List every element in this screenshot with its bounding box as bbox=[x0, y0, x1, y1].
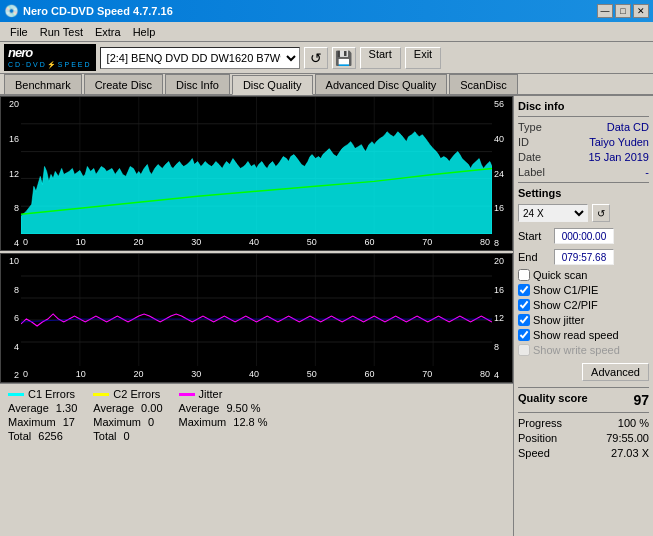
close-button[interactable]: ✕ bbox=[633, 4, 649, 18]
start-button[interactable]: Start bbox=[360, 47, 401, 69]
jitter-stat: Jitter Average 9.50 % Maximum 12.8 % bbox=[179, 388, 268, 444]
disc-label-row: Label - bbox=[518, 166, 649, 178]
jitter-color-swatch bbox=[179, 393, 195, 396]
save-icon[interactable]: 💾 bbox=[332, 47, 356, 69]
bottom-chart: 10 8 6 4 2 20 16 12 8 4 bbox=[0, 253, 513, 383]
c1-average-value: 1.30 bbox=[52, 402, 77, 414]
position-label: Position bbox=[518, 432, 557, 444]
show-write-speed-label: Show write speed bbox=[533, 344, 620, 356]
drive-select[interactable]: [2:4] BENQ DVD DD DW1620 B7W9 bbox=[100, 47, 300, 69]
menu-help[interactable]: Help bbox=[127, 25, 162, 39]
position-row: Position 79:55.00 bbox=[518, 432, 649, 444]
speed-refresh-btn[interactable]: ↺ bbox=[592, 204, 610, 222]
eject-button[interactable]: Exit bbox=[405, 47, 441, 69]
maximize-button[interactable]: □ bbox=[615, 4, 631, 18]
show-jitter-row: Show jitter bbox=[518, 314, 649, 326]
divider-3 bbox=[518, 387, 649, 388]
bottom-chart-y-left: 10 8 6 4 2 bbox=[1, 254, 21, 382]
speed-value: 27.03 X bbox=[611, 447, 649, 459]
quality-score-label: Quality score bbox=[518, 392, 588, 408]
show-jitter-checkbox[interactable] bbox=[518, 314, 530, 326]
speed-settings-row: Max1 X2 X4 X8 X16 X24 X32 X40 X48 X ↺ bbox=[518, 204, 649, 222]
c1-maximum-value: 17 bbox=[59, 416, 75, 428]
progress-label: Progress bbox=[518, 417, 562, 429]
refresh-icon[interactable]: ↺ bbox=[304, 47, 328, 69]
c2-errors-stat: C2 Errors Average 0.00 Maximum 0 Total 0 bbox=[93, 388, 162, 444]
menu-run-test[interactable]: Run Test bbox=[34, 25, 89, 39]
disc-type-label: Type bbox=[518, 121, 542, 133]
start-label: Start bbox=[518, 230, 550, 242]
show-c1-checkbox[interactable] bbox=[518, 284, 530, 296]
speed-select[interactable]: Max1 X2 X4 X8 X16 X24 X32 X40 X48 X bbox=[518, 204, 588, 222]
disc-date-value: 15 Jan 2019 bbox=[588, 151, 649, 163]
disc-id-label: ID bbox=[518, 136, 529, 148]
end-label: End bbox=[518, 251, 550, 263]
c2-average-value: 0.00 bbox=[137, 402, 162, 414]
main-content: 20 16 12 8 4 56 40 24 16 8 bbox=[0, 96, 653, 536]
quality-score-row: Quality score 97 bbox=[518, 392, 649, 408]
end-time-input[interactable] bbox=[554, 249, 614, 265]
show-c1-label: Show C1/PIE bbox=[533, 284, 598, 296]
show-c2-label: Show C2/PIF bbox=[533, 299, 598, 311]
bottom-chart-inner bbox=[21, 254, 492, 366]
top-chart-y-right: 56 40 24 16 8 bbox=[492, 97, 512, 250]
disc-info-header: Disc info bbox=[518, 100, 649, 112]
start-time-row: Start bbox=[518, 228, 649, 244]
menu-file[interactable]: File bbox=[4, 25, 34, 39]
bottom-chart-x-labels: 0 10 20 30 40 50 60 70 80 bbox=[21, 366, 492, 382]
title-bar-left: 💿 Nero CD-DVD Speed 4.7.7.16 bbox=[4, 4, 173, 18]
disc-date-label: Date bbox=[518, 151, 541, 163]
jitter-average-label: Average bbox=[179, 402, 220, 414]
end-time-row: End bbox=[518, 249, 649, 265]
disc-id-value: Taiyo Yuden bbox=[589, 136, 649, 148]
c2-total-label: Total bbox=[93, 430, 116, 442]
tab-create-disc[interactable]: Create Disc bbox=[84, 74, 163, 94]
top-chart-inner bbox=[21, 97, 492, 234]
disc-id-row: ID Taiyo Yuden bbox=[518, 136, 649, 148]
position-value: 79:55.00 bbox=[606, 432, 649, 444]
start-time-input[interactable] bbox=[554, 228, 614, 244]
c1-total-value: 6256 bbox=[34, 430, 62, 442]
bottom-chart-y-right: 20 16 12 8 4 bbox=[492, 254, 512, 382]
chart-section: 20 16 12 8 4 56 40 24 16 8 bbox=[0, 96, 513, 536]
jitter-average-value: 9.50 % bbox=[222, 402, 260, 414]
disc-type-row: Type Data CD bbox=[518, 121, 649, 133]
tab-advanced-disc-quality[interactable]: Advanced Disc Quality bbox=[315, 74, 448, 94]
title-bar-text: Nero CD-DVD Speed 4.7.7.16 bbox=[23, 5, 173, 17]
tab-disc-quality[interactable]: Disc Quality bbox=[232, 75, 313, 95]
c2-total-value: 0 bbox=[120, 430, 130, 442]
quick-scan-label: Quick scan bbox=[533, 269, 587, 281]
disc-label-value: - bbox=[645, 166, 649, 178]
c2-maximum-label: Maximum bbox=[93, 416, 141, 428]
title-bar: 💿 Nero CD-DVD Speed 4.7.7.16 — □ ✕ bbox=[0, 0, 653, 22]
menu-extra[interactable]: Extra bbox=[89, 25, 127, 39]
disc-label-label: Label bbox=[518, 166, 545, 178]
speed-row: Speed 27.03 X bbox=[518, 447, 649, 459]
top-chart: 20 16 12 8 4 56 40 24 16 8 bbox=[0, 96, 513, 251]
tab-benchmark[interactable]: Benchmark bbox=[4, 74, 82, 94]
divider-2 bbox=[518, 182, 649, 183]
show-read-speed-label: Show read speed bbox=[533, 329, 619, 341]
show-c2-checkbox[interactable] bbox=[518, 299, 530, 311]
show-read-speed-checkbox[interactable] bbox=[518, 329, 530, 341]
show-c1-row: Show C1/PIE bbox=[518, 284, 649, 296]
c1-errors-stat: C1 Errors Average 1.30 Maximum 17 Total … bbox=[8, 388, 77, 444]
c1-color-swatch bbox=[8, 393, 24, 396]
toolbar: nero CD·DVD⚡SPEED [2:4] BENQ DVD DD DW16… bbox=[0, 42, 653, 74]
tab-bar: Benchmark Create Disc Disc Info Disc Qua… bbox=[0, 74, 653, 96]
tab-scandisc[interactable]: ScanDisc bbox=[449, 74, 517, 94]
progress-value: 100 % bbox=[618, 417, 649, 429]
c1-total-label: Total bbox=[8, 430, 31, 442]
c1-maximum-label: Maximum bbox=[8, 416, 56, 428]
show-write-speed-row: Show write speed bbox=[518, 344, 649, 356]
jitter-label: Jitter bbox=[199, 388, 223, 400]
minimize-button[interactable]: — bbox=[597, 4, 613, 18]
show-write-speed-checkbox[interactable] bbox=[518, 344, 530, 356]
disc-type-value: Data CD bbox=[607, 121, 649, 133]
c2-maximum-value: 0 bbox=[144, 416, 154, 428]
advanced-button[interactable]: Advanced bbox=[582, 363, 649, 381]
settings-header: Settings bbox=[518, 187, 649, 199]
quick-scan-checkbox[interactable] bbox=[518, 269, 530, 281]
tab-disc-info[interactable]: Disc Info bbox=[165, 74, 230, 94]
top-chart-x-labels: 0 10 20 30 40 50 60 70 80 bbox=[21, 234, 492, 250]
